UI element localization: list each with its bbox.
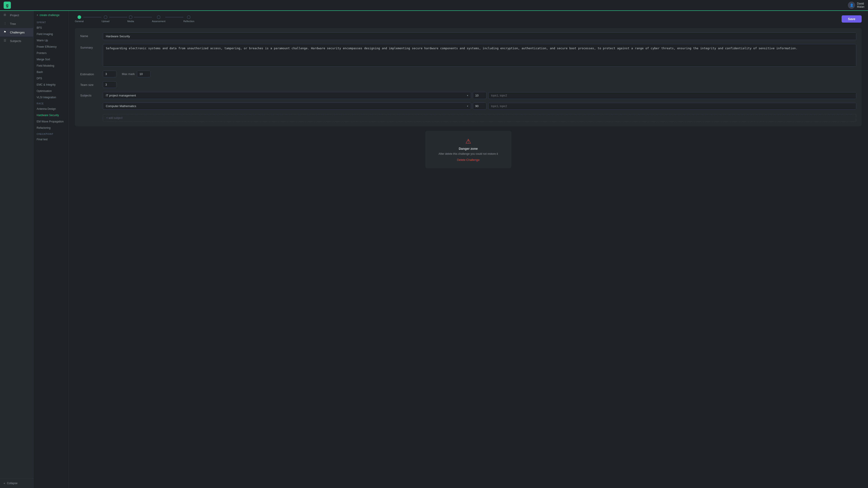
subject-score-2[interactable] xyxy=(473,103,487,109)
challenge-power-efficiency[interactable]: Power Efficiency xyxy=(33,43,68,50)
name-input[interactable] xyxy=(103,33,856,40)
step-general-circle xyxy=(78,15,81,19)
step-media-group: Media xyxy=(127,15,152,23)
estimation-label: Estimation xyxy=(80,71,98,76)
chevron-down-icon-2: ▾ xyxy=(467,105,468,107)
sidebar-nav: ⊞ Project ⋮ Tree ⚑ Challenges ☰ Subjects xyxy=(0,11,33,478)
step-assessment-group: Assessment xyxy=(152,15,183,23)
max-mark-label: Max mark xyxy=(122,72,135,76)
challenge-field-imaging[interactable]: Field Imaging xyxy=(33,31,68,37)
step-line-3 xyxy=(134,17,152,18)
logo-icon: g xyxy=(4,2,11,9)
danger-zone: ⚠ Danger zone After delete this challeng… xyxy=(426,131,511,168)
subject-select-2[interactable]: Computer Mathematics ▾ xyxy=(103,103,471,109)
challenge-refactoring[interactable]: Refactoring xyxy=(33,125,68,131)
step-upload-circle xyxy=(104,15,107,19)
subjects-row: Subjects IT project management ▾ xyxy=(80,92,856,122)
user-info: 👤 DavidMalan xyxy=(848,2,864,9)
subject-row-2: Computer Mathematics ▾ xyxy=(103,103,856,109)
subject-row-1: IT project management ▾ xyxy=(103,92,856,99)
chevron-down-icon-1: ▾ xyxy=(467,94,468,97)
sidebar-item-tree[interactable]: ⋮ Tree xyxy=(0,20,33,28)
plus-icon: + xyxy=(37,13,38,17)
challenge-bash[interactable]: Bash xyxy=(33,69,68,75)
summary-row: Summary Safeguarding electronic systems … xyxy=(80,44,856,67)
challenge-dfs[interactable]: DFS xyxy=(33,75,68,82)
challenges-icon: ⚑ xyxy=(4,30,8,34)
avatar: 👤 xyxy=(848,2,855,9)
sidebar-item-subjects[interactable]: ☰ Subjects xyxy=(0,37,33,45)
step-assessment: Assessment xyxy=(152,15,165,23)
sprint-section-label: SPRINT xyxy=(33,20,68,25)
user-name: DavidMalan xyxy=(857,2,864,8)
challenge-pointers[interactable]: Pointers xyxy=(33,50,68,56)
create-challenge-button[interactable]: + create challenge xyxy=(33,11,68,20)
sidebar-item-label: Subjects xyxy=(10,39,21,43)
step-upload-label: Upload xyxy=(101,20,110,23)
collapse-label: Collapse xyxy=(7,482,18,485)
name-label: Name xyxy=(80,33,98,38)
step-upload: Upload xyxy=(101,15,110,23)
sidebar-item-project[interactable]: ⊞ Project xyxy=(0,11,33,20)
step-line-1 xyxy=(84,17,101,18)
challenge-merge-sort[interactable]: Merge Sort xyxy=(33,56,68,63)
collapse-button[interactable]: « Collapse xyxy=(0,478,33,488)
step-media-circle xyxy=(129,15,132,19)
add-subject-button[interactable]: + add subject xyxy=(103,114,856,122)
max-mark-input[interactable] xyxy=(137,71,151,77)
sidebar-item-label: Challenges xyxy=(10,31,25,34)
step-reflection: Reflection xyxy=(183,15,194,23)
project-icon: ⊞ xyxy=(4,13,8,17)
top-bar: g 👤 DavidMalan xyxy=(0,0,868,11)
step-media: Media xyxy=(127,15,134,23)
challenge-antenna-design[interactable]: Antenna Design xyxy=(33,106,68,112)
save-button[interactable]: Save xyxy=(842,15,862,23)
subjects-container: IT project management ▾ Computer Mathema… xyxy=(103,92,856,122)
subject-topics-2[interactable] xyxy=(488,103,857,109)
challenge-bfs[interactable]: BFS xyxy=(33,25,68,31)
sidebar: ⊞ Project ⋮ Tree ⚑ Challenges ☰ Subjects… xyxy=(0,11,33,488)
challenge-optimisation[interactable]: Optimisation xyxy=(33,88,68,94)
max-mark-field: Max mark xyxy=(122,71,151,77)
delete-challenge-button[interactable]: Delete Challenge xyxy=(457,158,480,162)
summary-input[interactable]: Safeguarding electronic systems and data… xyxy=(103,44,856,67)
collapse-arrows-icon: « xyxy=(4,482,5,485)
subject-select-1-value: IT project management xyxy=(106,94,136,97)
sidebar-item-label: Tree xyxy=(10,22,16,26)
logo: g xyxy=(4,2,11,9)
estimation-row: Estimation Max mark xyxy=(80,71,856,77)
sprint-header: General Upload Media xyxy=(75,15,862,23)
summary-label: Summary xyxy=(80,44,98,49)
challenge-hardware-security[interactable]: Hardware Security xyxy=(33,112,68,119)
name-row: Name xyxy=(80,33,856,40)
challenge-field-modeling[interactable]: Field Modeling xyxy=(33,63,68,69)
danger-icon: ⚠ xyxy=(465,138,471,145)
danger-description: After delete this challenge you could no… xyxy=(438,152,498,156)
team-size-input[interactable] xyxy=(103,81,116,88)
subject-score-1[interactable] xyxy=(473,92,487,99)
step-media-label: Media xyxy=(127,20,134,23)
estimation-input[interactable] xyxy=(103,71,116,77)
subject-select-1[interactable]: IT project management ▾ xyxy=(103,92,471,99)
race-section-label: RACE xyxy=(33,101,68,106)
danger-title: Danger zone xyxy=(459,147,477,151)
subjects-label: Subjects xyxy=(80,92,98,97)
subject-select-2-value: Computer Mathematics xyxy=(106,104,136,108)
challenge-emc-integrity[interactable]: EMC & Integrity xyxy=(33,82,68,88)
subjects-icon: ☰ xyxy=(4,39,8,43)
team-size-label: Team size xyxy=(80,81,98,87)
challenge-warm-up[interactable]: Warm Up xyxy=(33,37,68,43)
subject-topics-1[interactable] xyxy=(488,92,857,99)
team-size-row: Team size xyxy=(80,81,856,88)
step-line-2 xyxy=(109,17,127,18)
challenge-panel: + create challenge SPRINT BFS Field Imag… xyxy=(33,11,68,488)
challenge-em-wave-propagation[interactable]: EM Wave Propagation xyxy=(33,119,68,125)
main-content: General Upload Media xyxy=(68,11,868,488)
step-assessment-circle xyxy=(157,15,160,19)
challenge-final-test[interactable]: Final test xyxy=(33,136,68,142)
sidebar-item-challenges[interactable]: ⚑ Challenges xyxy=(0,28,33,37)
step-general-group: General xyxy=(75,15,101,23)
challenge-vlsi-integration[interactable]: VLSI Integration xyxy=(33,94,68,101)
step-line-4 xyxy=(165,17,183,18)
main-layout: ⊞ Project ⋮ Tree ⚑ Challenges ☰ Subjects… xyxy=(0,11,868,488)
